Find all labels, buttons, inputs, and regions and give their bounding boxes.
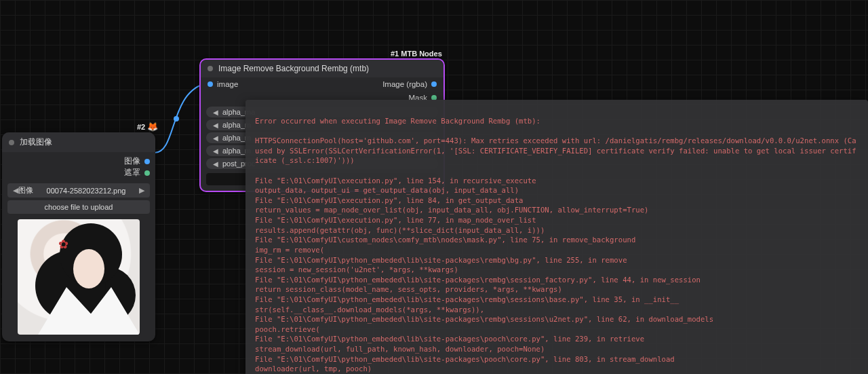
fox-icon: 🦊 [147,121,158,132]
port-label-image: 图像 [124,156,140,166]
error-panel[interactable]: Error occurred when executing Image Remo… [245,100,868,374]
port-in-image[interactable] [208,81,213,87]
node-status-dot [208,66,213,71]
svg-point-0 [174,116,179,121]
chevron-left-icon: ◀ [213,134,218,142]
chevron-right-icon[interactable]: ▶ [139,186,144,195]
image-thumbnail[interactable]: ✿ [18,219,140,335]
chevron-left-icon: ◀ [213,160,218,168]
port-label-mask: 遮罩 [124,168,140,178]
group-badge-mtb: #1 MTB Nodes [391,50,442,58]
error-traceback: Error occurred when executing Image Remo… [255,116,859,374]
port-out-mask[interactable] [144,170,150,176]
file-select-label: 图像 [18,185,33,195]
chevron-left-icon: ◀ [213,147,218,155]
chevron-left-icon: ◀ [213,109,218,116]
node-status-dot [9,140,14,145]
node-titlebar[interactable]: Image Remove Background Rembg (mtb) [201,60,443,77]
group-badge-2-text: #2 [137,123,145,131]
thumbnail-shape [38,287,140,335]
port-label-out-image: Image (rgba) [382,80,427,88]
group-badge-2: #2🦊 [137,121,158,132]
node-title: Image Remove Background Rembg (mtb) [218,64,369,73]
chevron-left-icon[interactable]: ◀ [13,186,18,195]
port-out-image[interactable] [144,159,150,164]
upload-button[interactable]: choose file to upload [7,200,150,214]
chevron-left-icon: ◀ [213,121,218,129]
node-title: 加载图像 [20,136,52,148]
file-select-value: 00074-2582023212.png [33,187,139,195]
node-titlebar[interactable]: 加载图像 [2,132,155,152]
port-label-in-image: image [217,80,238,88]
port-out-image[interactable] [431,81,437,87]
flower-icon: ✿ [58,237,68,252]
node-load-image[interactable]: 加载图像 图像 遮罩 ◀ 图像 00074-2582023212.png ▶ c… [2,132,155,341]
node-graph-canvas[interactable]: #1 MTB Nodes #2🦊 加载图像 图像 遮罩 ◀ 图像 00074-2… [0,0,868,374]
file-select-dropdown[interactable]: ◀ 图像 00074-2582023212.png ▶ [7,183,150,198]
output-ports: 图像 遮罩 [2,152,155,181]
